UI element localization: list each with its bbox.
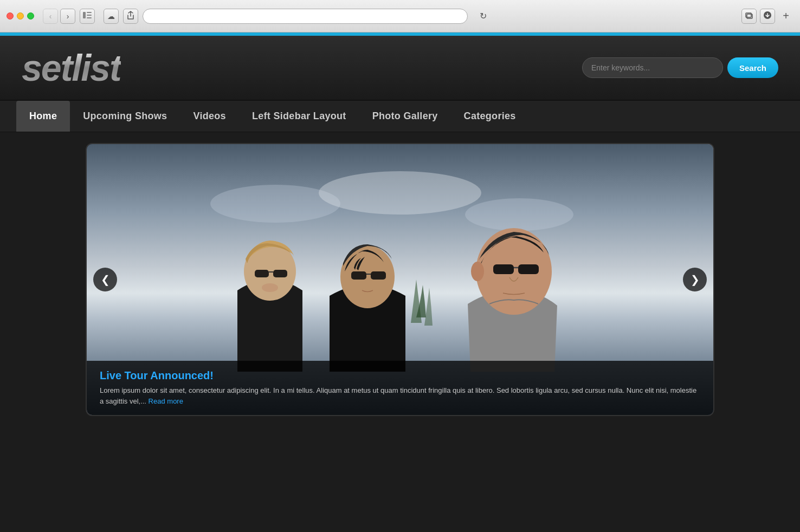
svg-rect-16 bbox=[351, 271, 366, 280]
refresh-button[interactable]: ↻ bbox=[475, 9, 491, 24]
address-bar[interactable] bbox=[143, 9, 468, 24]
main-content: ❮ ❯ Live Tour Announced! Lorem ipsum dol… bbox=[0, 132, 800, 427]
share-icon bbox=[127, 11, 134, 21]
slider-next-button[interactable]: ❯ bbox=[683, 268, 707, 291]
slider-prev-button[interactable]: ❮ bbox=[93, 268, 117, 291]
svg-rect-3 bbox=[87, 17, 92, 18]
window-icon bbox=[745, 12, 753, 21]
prev-icon: ❮ bbox=[101, 273, 110, 286]
svg-point-8 bbox=[465, 198, 573, 231]
forward-button[interactable]: › bbox=[60, 9, 75, 24]
cloud-icon: ☁ bbox=[107, 12, 115, 21]
svg-point-20 bbox=[476, 228, 552, 315]
nav-item-categories[interactable]: Categories bbox=[451, 101, 529, 132]
svg-point-14 bbox=[262, 283, 278, 292]
browser-nav-buttons: ‹ › bbox=[43, 9, 75, 24]
maximize-button[interactable] bbox=[27, 12, 34, 20]
site-header: setlist Search bbox=[0, 36, 800, 101]
cloud-button[interactable]: ☁ bbox=[104, 9, 119, 24]
download-icon bbox=[763, 11, 772, 21]
browser-chrome: ‹ › ☁ ↻ + bbox=[0, 0, 800, 33]
caption-title: Live Tour Announced! bbox=[100, 369, 700, 382]
refresh-icon: ↻ bbox=[480, 11, 487, 21]
svg-rect-17 bbox=[371, 271, 386, 280]
nav-list: Home Upcoming Shows Videos Left Sidebar … bbox=[16, 101, 784, 132]
svg-rect-12 bbox=[273, 270, 287, 277]
svg-rect-1 bbox=[87, 12, 92, 13]
search-input[interactable] bbox=[582, 57, 723, 78]
svg-rect-2 bbox=[87, 15, 92, 16]
svg-point-24 bbox=[471, 262, 484, 281]
forward-icon: › bbox=[67, 12, 69, 21]
svg-rect-21 bbox=[493, 264, 514, 274]
download-button[interactable] bbox=[760, 9, 775, 24]
sidebar-icon bbox=[83, 12, 92, 20]
minimize-button[interactable] bbox=[17, 12, 24, 20]
window-button[interactable] bbox=[741, 9, 757, 24]
search-button[interactable]: Search bbox=[727, 57, 778, 78]
nav-item-videos[interactable]: Videos bbox=[180, 101, 239, 132]
svg-rect-11 bbox=[255, 270, 269, 277]
close-button[interactable] bbox=[7, 12, 14, 20]
back-icon: ‹ bbox=[49, 12, 52, 21]
new-tab-icon: + bbox=[783, 10, 789, 22]
slider-caption: Live Tour Announced! Lorem ipsum dolor s… bbox=[87, 361, 713, 415]
site-nav: Home Upcoming Shows Videos Left Sidebar … bbox=[0, 101, 800, 132]
caption-body-text: Lorem ipsum dolor sit amet, consectetur … bbox=[100, 386, 696, 405]
nav-item-home[interactable]: Home bbox=[16, 101, 70, 132]
new-tab-button[interactable]: + bbox=[778, 9, 793, 24]
sidebar-button[interactable] bbox=[80, 9, 95, 24]
nav-item-upcoming-shows[interactable]: Upcoming Shows bbox=[70, 101, 180, 132]
back-button[interactable]: ‹ bbox=[43, 9, 58, 24]
svg-rect-22 bbox=[518, 264, 539, 274]
read-more-link[interactable]: Read more bbox=[149, 397, 183, 405]
site-wrapper: setlist Search Home Upcoming Shows Video… bbox=[0, 36, 800, 532]
caption-text: Lorem ipsum dolor sit amet, consectetur … bbox=[100, 385, 700, 406]
traffic-lights bbox=[7, 12, 34, 20]
nav-item-left-sidebar-layout[interactable]: Left Sidebar Layout bbox=[239, 101, 359, 132]
svg-rect-0 bbox=[83, 12, 86, 18]
nav-item-photo-gallery[interactable]: Photo Gallery bbox=[359, 101, 451, 132]
svg-point-9 bbox=[319, 171, 481, 215]
share-button[interactable] bbox=[123, 9, 138, 24]
header-search: Search bbox=[582, 57, 778, 78]
slider-container: ❮ ❯ Live Tour Announced! Lorem ipsum dol… bbox=[86, 143, 714, 416]
browser-right-icons: + bbox=[741, 9, 793, 24]
band-image bbox=[167, 171, 633, 372]
site-logo: setlist bbox=[22, 47, 121, 89]
next-icon: ❯ bbox=[691, 273, 700, 286]
